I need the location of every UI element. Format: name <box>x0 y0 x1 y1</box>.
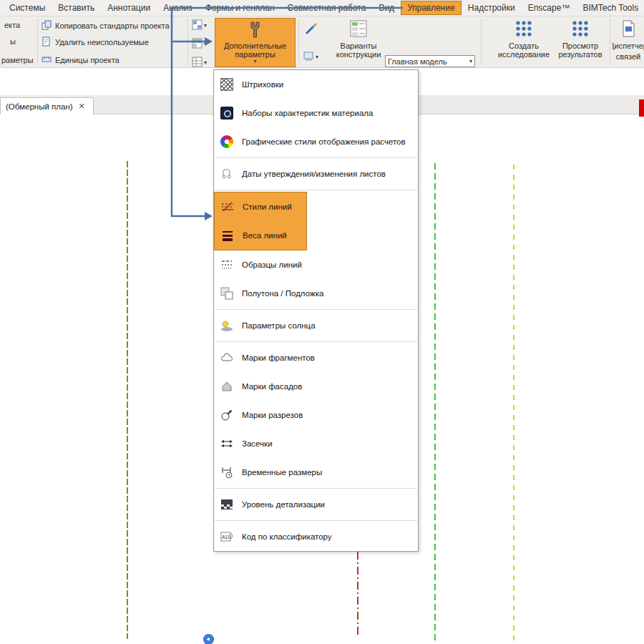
menu-item-sun-settings[interactable]: Параметры солнца <box>214 311 418 340</box>
panel-separator <box>481 19 482 65</box>
panel-schedule-settings-button[interactable]: ▾ <box>192 57 207 69</box>
close-icon[interactable]: ✕ <box>79 102 85 111</box>
ribbon-tab-enscape[interactable]: Enscape™ <box>522 1 577 15</box>
menu-separator <box>215 341 417 342</box>
button-label: Варианты конструкции <box>331 42 386 59</box>
grid-line-green <box>434 163 436 643</box>
links-manager-button[interactable]: Диспетчер связей <box>613 19 644 61</box>
ribbon-tab-view[interactable]: Вид <box>372 1 401 15</box>
structural-settings-button[interactable]: ▾ <box>192 19 207 31</box>
menu-item-analysis-display-styles[interactable]: Графические стили отображения расчетов <box>214 127 418 156</box>
project-units-button[interactable]: Единицы проекта <box>42 54 119 67</box>
double-arrow-icon <box>220 436 234 451</box>
menu-item-classification-code[interactable]: A10 Код по классификатору <box>214 522 418 551</box>
design-options-button[interactable]: Варианты конструкции <box>331 19 386 59</box>
menu-item-halftone-underlay[interactable]: Полутона / Подложка <box>214 279 418 308</box>
menu-item-label: Штриховки <box>242 80 283 89</box>
menu-item-callout-tags[interactable]: Марки фрагментов <box>214 343 418 372</box>
mep-settings-button[interactable]: ▾ <box>192 38 207 50</box>
classifier-code-icon: A10 <box>220 530 234 544</box>
button-label: Дополнительные параметры <box>215 42 295 59</box>
menu-item-temporary-dimensions[interactable]: Временные размеры <box>214 458 418 487</box>
wrench-icon <box>246 21 265 41</box>
grid-line-olive <box>127 161 128 639</box>
paint-icon <box>303 51 314 63</box>
svg-text:A10: A10 <box>222 535 230 540</box>
paint-tool-button[interactable]: ▾ <box>303 51 318 63</box>
panel-separator <box>37 19 38 65</box>
menu-item-sheet-issues-revisions[interactable]: Даты утверждения/изменения листов <box>214 160 418 188</box>
dropdown-icon: ▾ <box>253 59 256 64</box>
dots-grid-icon <box>514 19 533 39</box>
menu-item-label: Веса линий <box>243 231 287 240</box>
design-line-button[interactable] <box>303 21 319 38</box>
truncated-label: екта <box>4 21 20 29</box>
dropdown-icon: ▾ <box>204 42 207 47</box>
section-tag-icon <box>220 408 234 422</box>
pencil-icon <box>303 29 319 38</box>
menu-item-section-tags[interactable]: Марки разрезов <box>214 401 418 429</box>
ribbon-tab-analyze[interactable]: Анализ <box>157 1 199 15</box>
grid-settings-icon <box>192 19 203 31</box>
ribbon-tab-bimtech[interactable]: BIMTech Tools <box>576 1 644 15</box>
units-icon <box>42 54 52 66</box>
copy-standards-icon <box>42 20 52 31</box>
menu-separator <box>215 488 417 489</box>
detail-level-icon <box>220 497 234 512</box>
halftone-icon <box>220 286 234 301</box>
tool-label: Единицы проекта <box>55 56 119 64</box>
panel-separator <box>187 19 188 65</box>
ribbon-tab-insert[interactable]: Вставить <box>52 1 101 15</box>
ribbon-tab-annotate[interactable]: Аннотации <box>101 1 157 15</box>
material-asset-icon <box>220 106 234 120</box>
dots-grid-icon <box>571 19 590 39</box>
menu-item-label: Образцы линий <box>242 260 302 269</box>
callout-cloud-icon <box>220 351 234 365</box>
ribbon-tab-manage[interactable]: Управление <box>401 1 462 15</box>
ribbon-tab-systems[interactable]: Системы <box>3 1 52 15</box>
menu-item-detail-level[interactable]: Уровень детализации <box>214 490 418 519</box>
menu-item-label: Графические стили отображения расчетов <box>242 137 406 146</box>
menu-item-arrowheads[interactable]: Засечки <box>214 429 418 458</box>
menu-item-label: Наборы характеристик материала <box>242 109 373 117</box>
menu-item-line-weights[interactable]: Веса линий <box>215 221 306 250</box>
button-label: связей <box>616 52 640 61</box>
line-styles-icon <box>220 200 235 214</box>
menu-item-line-styles[interactable]: Стили линий <box>215 192 306 221</box>
additional-settings-menu: Штриховки Наборы характеристик материала… <box>213 69 419 552</box>
tool-label: Удалить неиспользуемые <box>55 38 149 47</box>
menu-item-label: Засечки <box>242 439 273 448</box>
menu-item-label: Полутона / Подложка <box>242 289 323 298</box>
linked-file-icon <box>619 19 638 39</box>
menu-item-elevation-tags[interactable]: Марки фасадов <box>214 372 418 401</box>
menu-separator <box>215 309 417 310</box>
ribbon-tab-addins[interactable]: Надстройки <box>462 1 522 15</box>
dropdown-icon: ▾ <box>204 60 207 66</box>
menu-item-label: Уровень детализации <box>242 500 325 509</box>
menu-item-label: Параметры солнца <box>242 321 316 330</box>
menu-item-line-patterns[interactable]: Образцы линий <box>214 250 418 279</box>
menu-item-material-assets[interactable]: Наборы характеристик материала <box>214 99 418 127</box>
transfer-project-standards-button[interactable]: Копировать стандарты проекта <box>42 19 170 32</box>
panel-separator <box>298 19 299 65</box>
active-design-option-select[interactable]: Главная модель ▾ <box>385 55 475 67</box>
ribbon-tab-bar: Системы Вставить Аннотации Анализ Формы … <box>0 0 644 16</box>
ribbon-tab-massing-site[interactable]: Формы и генплан <box>199 1 281 15</box>
purge-unused-button[interactable]: Удалить неиспользуемые <box>42 36 149 49</box>
create-study-button[interactable]: Создать исследование <box>495 19 552 59</box>
tool-label: Копировать стандарты проекта <box>55 21 170 30</box>
navigation-wheel-icon[interactable] <box>203 634 214 644</box>
panel-separator <box>610 19 610 65</box>
grid-settings-icon <box>192 38 203 50</box>
dropdown-icon: ▾ <box>316 54 318 60</box>
sheet-dates-icon <box>220 167 234 181</box>
combo-value: Главная модель <box>388 57 447 66</box>
ribbon-tab-collaborate[interactable]: Совместная работа <box>281 1 373 15</box>
truncated-label: раметры <box>1 56 34 64</box>
additional-settings-button[interactable]: Дополнительные параметры ▾ <box>215 18 296 67</box>
view-results-button[interactable]: Просмотр результатов <box>552 19 609 59</box>
ribbon: екта ы раметры Копировать стандарты прое… <box>0 16 644 68</box>
line-patterns-icon <box>220 258 234 272</box>
menu-item-fill-patterns[interactable]: Штриховки <box>214 70 418 99</box>
view-tab-measured-plan[interactable]: (Обмерный план) ✕ <box>0 97 94 114</box>
